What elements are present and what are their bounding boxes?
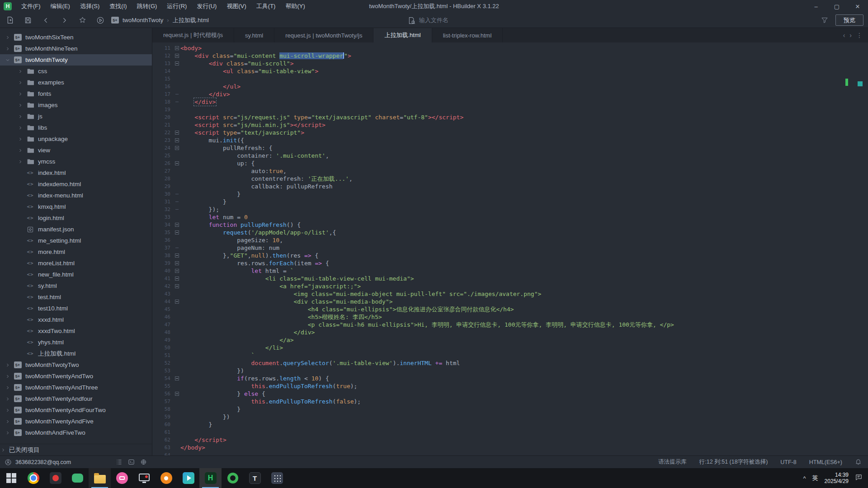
- chevron-right-icon[interactable]: [17, 136, 24, 142]
- fold-toggle-icon[interactable]: [173, 138, 180, 142]
- chevron-right-icon[interactable]: [17, 283, 24, 289]
- tray-expand-icon[interactable]: ^: [803, 475, 806, 482]
- chevron-right-icon[interactable]: [17, 305, 24, 312]
- sidebar-item-manifest.json[interactable]: manifest.json: [0, 224, 152, 235]
- taskbar-video-player-icon[interactable]: [44, 468, 66, 488]
- filter-icon[interactable]: [820, 16, 829, 25]
- chevron-right-icon[interactable]: [17, 192, 24, 199]
- sidebar-item-index.html[interactable]: <>index.html: [0, 167, 152, 178]
- taskbar-teal-app-icon[interactable]: [177, 468, 199, 488]
- fold-toggle-icon[interactable]: [173, 300, 180, 304]
- chevron-right-icon[interactable]: [5, 385, 11, 391]
- sidebar-item-test10.html[interactable]: <>test10.html: [0, 303, 152, 314]
- terminal-icon[interactable]: [128, 459, 135, 465]
- file-search-input[interactable]: 输入文件名: [408, 15, 512, 26]
- sidebar-item-unpackage[interactable]: unpackage: [0, 133, 152, 145]
- code-editor[interactable]: 11<body>12 <div class="mui-content mui-s…: [152, 42, 868, 455]
- menu-item-0[interactable]: 文件(F): [16, 0, 46, 13]
- task-list-icon[interactable]: [116, 459, 123, 465]
- chevron-right-icon[interactable]: [17, 147, 24, 154]
- minimize-button[interactable]: –: [806, 0, 826, 13]
- status-encoding[interactable]: UTF-8: [780, 459, 796, 465]
- tab-request-js-twomonthtwoty-js[interactable]: request.js | twoMonthTwoty/js: [274, 28, 373, 42]
- fold-toggle-icon[interactable]: [173, 54, 180, 58]
- sidebar-item-view[interactable]: view: [0, 145, 152, 156]
- chevron-right-icon[interactable]: [17, 159, 24, 165]
- sidebar-item-login.html[interactable]: <>login.html: [0, 212, 152, 224]
- back-icon[interactable]: [42, 16, 51, 25]
- sidebar-project-twoMonthTwentyAndTwo[interactable]: 5+twoMonthTwentyAndTwo: [0, 371, 152, 382]
- run-icon[interactable]: [96, 16, 105, 25]
- sidebar-item-sy.html[interactable]: <>sy.html: [0, 280, 152, 291]
- chevron-right-icon[interactable]: [5, 407, 11, 413]
- chevron-right-icon[interactable]: [17, 113, 24, 120]
- taskbar-clock[interactable]: 14:392025/4/29: [825, 472, 849, 484]
- sidebar-project-twoMonthTwentyAndFourTwo[interactable]: 5+twoMonthTwentyAndFourTwo: [0, 404, 152, 416]
- sidebar-item-indexdemo.html[interactable]: <>indexdemo.html: [0, 178, 152, 190]
- sidebar-item-examples[interactable]: examples: [0, 77, 152, 88]
- tab--html[interactable]: 上拉加载.html: [373, 28, 432, 42]
- sidebar-project-twoMonthTwentyAndFive[interactable]: 5+twoMonthTwentyAndFive: [0, 416, 152, 427]
- chevron-right-icon[interactable]: [17, 80, 24, 86]
- sidebar-project-twoMonthTwentyAndThree[interactable]: 5+twoMonthTwentyAndThree: [0, 382, 152, 393]
- sidebar-item-kmxq.html[interactable]: <>kmxq.html: [0, 201, 152, 212]
- preview-button[interactable]: 预览: [835, 14, 863, 26]
- sidebar-project-twoMonthSixTeen[interactable]: 5+twoMonthSixTeen: [0, 32, 152, 43]
- menu-item-7[interactable]: 视图(V): [222, 0, 251, 13]
- fold-toggle-icon[interactable]: [173, 61, 180, 66]
- maximize-button[interactable]: ▢: [826, 0, 847, 13]
- taskbar-security-orange-icon[interactable]: [155, 468, 177, 488]
- action-center-icon[interactable]: [855, 474, 863, 483]
- tab-request-js-js[interactable]: request.js | 时代楷模/js: [152, 28, 234, 42]
- chevron-right-icon[interactable]: [5, 418, 11, 425]
- status-syntax-library[interactable]: 语法提示库: [658, 458, 687, 466]
- chevron-right-icon[interactable]: [17, 181, 24, 188]
- sidebar-project-twoMonthTwentyAndfour[interactable]: 5+twoMonthTwentyAndfour: [0, 393, 152, 404]
- fold-toggle-icon[interactable]: [173, 269, 180, 273]
- forward-icon[interactable]: [60, 16, 69, 25]
- menu-item-4[interactable]: 跳转(G): [132, 0, 162, 13]
- tab-scroll-right-icon[interactable]: ›: [849, 32, 852, 39]
- sidebar-item-new_file.html[interactable]: <>new_file.html: [0, 269, 152, 280]
- sidebar-project-twoMonthTwotyTwo[interactable]: 5+twoMonthTwotyTwo: [0, 359, 152, 371]
- chevron-right-icon[interactable]: [17, 170, 24, 176]
- menu-item-2[interactable]: 选择(S): [75, 0, 104, 13]
- taskbar-typora-icon[interactable]: T: [244, 468, 266, 488]
- chevron-right-icon[interactable]: [17, 272, 24, 278]
- fold-toggle-icon[interactable]: [173, 376, 180, 380]
- chevron-right-icon[interactable]: [5, 46, 11, 52]
- taskbar-file-explorer-icon[interactable]: [89, 468, 111, 488]
- new-file-icon[interactable]: [5, 16, 14, 25]
- chevron-right-icon[interactable]: [17, 102, 24, 108]
- sidebar-item-test.html[interactable]: <>test.html: [0, 291, 152, 303]
- sidebar-item-上拉加载.html[interactable]: <>上拉加载.html: [0, 348, 152, 359]
- fold-toggle-icon[interactable]: [173, 392, 180, 396]
- chevron-right-icon[interactable]: [17, 260, 24, 267]
- chevron-right-icon[interactable]: [5, 430, 11, 436]
- fold-toggle-icon[interactable]: [173, 161, 180, 165]
- fold-toggle-icon[interactable]: [173, 253, 180, 258]
- chevron-right-icon[interactable]: [17, 215, 24, 221]
- menu-item-8[interactable]: 工具(T): [251, 0, 281, 13]
- favorite-star-icon[interactable]: [78, 16, 87, 25]
- chevron-right-icon[interactable]: [5, 34, 11, 41]
- chevron-right-icon[interactable]: [17, 317, 24, 323]
- menu-item-9[interactable]: 帮助(Y): [280, 0, 310, 13]
- chevron-right-icon[interactable]: [17, 249, 24, 255]
- account-email[interactable]: 3636822382@qq.com: [15, 459, 71, 465]
- chevron-right-icon[interactable]: [17, 328, 24, 334]
- network-globe-icon[interactable]: [140, 459, 147, 465]
- fold-toggle-icon[interactable]: [173, 146, 180, 150]
- chevron-right-icon[interactable]: [17, 204, 24, 210]
- sidebar-item-ymcss[interactable]: ymcss: [0, 156, 152, 167]
- fold-toggle-icon[interactable]: [173, 131, 180, 135]
- sidebar-item-moreList.html[interactable]: <>moreList.html: [0, 258, 152, 269]
- sidebar-project-twoMonthTwoty[interactable]: 5+twoMonthTwoty: [0, 54, 152, 66]
- sidebar-item-images[interactable]: images: [0, 99, 152, 111]
- taskbar-green-ring-app-icon[interactable]: [222, 468, 244, 488]
- chevron-right-icon[interactable]: [17, 238, 24, 244]
- sidebar-item-xxxdTwo.html[interactable]: <>xxxdTwo.html: [0, 325, 152, 337]
- chevron-right-icon[interactable]: [17, 68, 24, 75]
- taskbar-wechat-icon[interactable]: [66, 468, 89, 488]
- sidebar-item-more.html[interactable]: <>more.html: [0, 246, 152, 258]
